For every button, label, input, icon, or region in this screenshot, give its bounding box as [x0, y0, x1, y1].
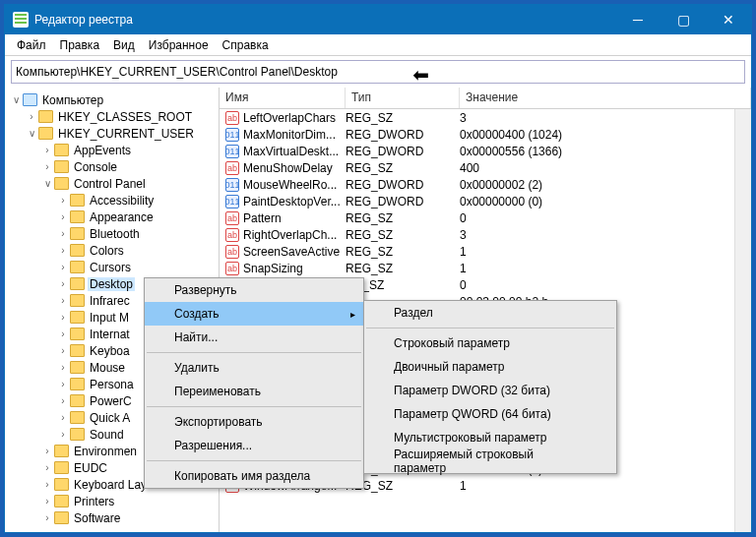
ctx-new-binary[interactable]: Двоичный параметр — [364, 355, 616, 379]
tree-item[interactable]: › HKEY_CLASSES_ROOT — [5, 108, 219, 125]
vertical-scrollbar[interactable] — [734, 109, 751, 532]
close-button[interactable]: ✕ — [706, 5, 751, 34]
expander-icon[interactable]: › — [56, 228, 70, 239]
col-type[interactable]: Тип — [346, 88, 460, 108]
ctx-expand[interactable]: Развернуть — [145, 278, 363, 302]
value-name: MaxVirtualDeskt... — [243, 145, 346, 158]
ctx-new-qword[interactable]: Параметр QWORD (64 бита) — [364, 402, 616, 426]
expander-icon[interactable]: › — [56, 278, 70, 289]
expander-icon[interactable]: › — [56, 412, 70, 423]
expander-icon[interactable]: › — [56, 195, 70, 206]
value-row[interactable]: 011 MaxMonitorDim... REG_DWORD 0x0000040… — [220, 126, 751, 143]
value-row[interactable]: ab RightOverlapCh... REG_SZ 3 — [220, 226, 751, 243]
column-headers[interactable]: Имя Тип Значение — [220, 88, 751, 109]
expander-icon[interactable]: › — [40, 496, 54, 507]
tree-item[interactable]: › Accessibility — [5, 192, 219, 209]
menu-help[interactable]: Справка — [217, 36, 275, 54]
expander-icon[interactable]: › — [56, 345, 70, 356]
menu-edit[interactable]: Правка — [54, 36, 106, 54]
tree-item[interactable]: › Bluetooth — [5, 225, 219, 242]
expander-icon[interactable]: › — [25, 111, 38, 122]
expander-icon[interactable]: › — [40, 479, 54, 490]
expander-icon[interactable]: › — [40, 512, 54, 523]
menu-file[interactable]: Файл — [11, 36, 52, 54]
expander-icon[interactable]: ∨ — [9, 94, 23, 105]
value-name: MaxMonitorDim... — [243, 128, 346, 142]
tree-item[interactable]: ∨ HKEY_CURRENT_USER — [5, 125, 219, 142]
context-menu-main[interactable]: Развернуть Создать Найти... Удалить Пере… — [144, 277, 364, 489]
value-row[interactable]: 011 PaintDesktopVer... REG_DWORD 0x00000… — [220, 193, 751, 209]
value-type: REG_DWORD — [346, 128, 460, 142]
expander-icon[interactable]: › — [56, 211, 70, 222]
tree-item[interactable]: › Colors — [5, 242, 219, 259]
value-row[interactable]: ab LeftOverlapChars REG_SZ 3 — [220, 109, 751, 126]
expander-icon[interactable]: › — [56, 295, 70, 306]
tree-item[interactable]: › AppEvents — [5, 142, 219, 158]
minimize-button[interactable]: ─ — [615, 5, 661, 34]
value-data: 3 — [460, 111, 751, 125]
tree-item[interactable]: › Printers — [5, 493, 219, 509]
expander-icon[interactable]: › — [56, 245, 70, 256]
ctx-create[interactable]: Создать — [145, 302, 363, 326]
expander-icon[interactable]: › — [40, 462, 54, 473]
ctx-export[interactable]: Экспортировать — [145, 410, 363, 434]
expander-icon[interactable]: › — [40, 161, 54, 172]
tree-item[interactable]: › Console — [5, 158, 219, 175]
titlebar[interactable]: Редактор реестра ─ ▢ ✕ — [5, 5, 751, 34]
expander-icon[interactable]: ∨ — [25, 128, 38, 139]
expander-icon[interactable]: ∨ — [40, 178, 54, 189]
ctx-new-multi[interactable]: Мультистроковый параметр — [364, 426, 616, 449]
expander-icon[interactable]: › — [56, 362, 70, 373]
expander-icon[interactable]: › — [56, 379, 70, 389]
value-row[interactable]: 011 MouseWheelRo... REG_DWORD 0x00000002… — [220, 176, 751, 193]
ctx-copy-name[interactable]: Копировать имя раздела — [145, 464, 363, 488]
folder-icon — [38, 110, 53, 123]
tree-item[interactable]: ∨ Control Panel — [5, 175, 219, 192]
tree-label: EUDC — [72, 461, 109, 475]
folder-icon — [54, 461, 69, 474]
value-row[interactable]: 011 MaxVirtualDeskt... REG_DWORD 0x00000… — [220, 143, 751, 159]
ctx-find[interactable]: Найти... — [145, 326, 363, 349]
tree-item[interactable]: › Cursors — [5, 259, 219, 275]
expander-icon[interactable]: › — [56, 395, 70, 406]
ctx-new-expand[interactable]: Расширяемый строковый параметр — [364, 449, 616, 473]
ctx-delete[interactable]: Удалить — [145, 356, 363, 380]
expander-icon[interactable]: › — [56, 328, 70, 339]
separator — [366, 328, 614, 328]
folder-icon — [70, 194, 85, 207]
value-row[interactable]: ab ScreenSaveActive REG_SZ 1 — [220, 243, 751, 260]
ctx-new-dword[interactable]: Параметр DWORD (32 бита) — [364, 379, 616, 402]
tree-item[interactable]: › Appearance — [5, 209, 219, 225]
menu-view[interactable]: Вид — [107, 36, 141, 54]
expander-icon[interactable]: › — [40, 446, 54, 456]
expander-icon[interactable]: › — [56, 262, 70, 272]
tree-label: Colors — [88, 244, 126, 258]
maximize-button[interactable]: ▢ — [661, 5, 706, 34]
value-name: SnapSizing — [243, 262, 346, 275]
tree-label: Desktop — [88, 277, 135, 291]
address-bar[interactable]: Компьютер\HKEY_CURRENT_USER\Control Pane… — [11, 60, 745, 84]
value-row[interactable]: ab SnapSizing REG_SZ 1 — [220, 260, 751, 276]
ctx-new-key[interactable]: Раздел — [364, 301, 616, 325]
menu-fav[interactable]: Избранное — [143, 36, 215, 54]
col-name[interactable]: Имя — [220, 88, 346, 108]
col-value[interactable]: Значение — [460, 88, 751, 108]
folder-icon — [54, 478, 69, 491]
value-row[interactable]: ab Pattern REG_SZ 0 — [220, 209, 751, 226]
ctx-new-string[interactable]: Строковый параметр — [364, 331, 616, 355]
tree-item[interactable]: › Software — [5, 509, 219, 526]
string-icon: ab — [225, 211, 239, 225]
expander-icon[interactable]: › — [56, 429, 70, 440]
ctx-permissions[interactable]: Разрешения... — [145, 434, 363, 457]
dword-icon: 011 — [225, 128, 239, 142]
context-menu-create[interactable]: Раздел Строковый параметр Двоичный парам… — [363, 300, 617, 474]
value-type: REG_DWORD — [346, 178, 460, 192]
value-row[interactable]: ab MenuShowDelay REG_SZ 400 — [220, 159, 751, 176]
value-data: 0x00000400 (1024) — [460, 128, 751, 142]
expander-icon[interactable]: › — [40, 145, 54, 155]
tree-item[interactable]: ∨ Компьютер — [5, 91, 219, 108]
value-type: REG_SZ — [346, 262, 460, 275]
expander-icon[interactable]: › — [56, 312, 70, 323]
ctx-rename[interactable]: Переименовать — [145, 380, 363, 403]
address-text: Компьютер\HKEY_CURRENT_USER\Control Pane… — [16, 65, 338, 79]
